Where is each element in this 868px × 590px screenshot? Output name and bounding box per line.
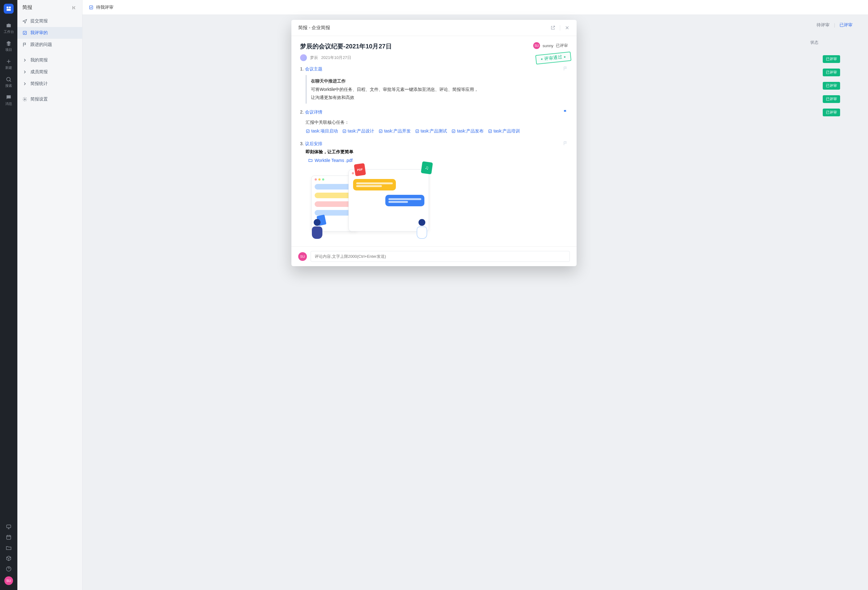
- task-link[interactable]: task:项目启动: [306, 127, 338, 135]
- task-icon: [415, 129, 419, 133]
- task-link[interactable]: task:产品测试: [415, 127, 447, 135]
- quote-bold: 在聊天中推进工作: [311, 78, 345, 83]
- reviewer-row: SU sunny 已评审: [533, 42, 568, 49]
- pdf-badge-icon: PDF: [354, 163, 366, 176]
- reviewer-avatar: SU: [533, 42, 540, 49]
- report-modal: 简报 - 企业简报 SU sunny 已评审 评审通过 梦辰的会议纪要-2021…: [291, 20, 577, 266]
- task-link[interactable]: task:产品设计: [342, 127, 375, 135]
- task-link-group: task:项目启动 task:产品设计 task:产品开发 task:产品测试 …: [306, 127, 568, 135]
- svg-rect-12: [379, 130, 382, 132]
- reviewer-status: 已评审: [556, 43, 568, 49]
- external-link-icon[interactable]: [550, 25, 555, 30]
- illustration: PDF ♫: [311, 169, 435, 238]
- task-icon: [451, 129, 456, 133]
- comment-input[interactable]: [311, 251, 570, 262]
- modal-overlay: 简报 - 企业简报 SU sunny 已评审 评审通过 梦辰的会议纪要-2021…: [0, 0, 868, 590]
- flag-icon[interactable]: [563, 109, 568, 114]
- document-meta: 梦辰 2021年10月27日: [300, 54, 568, 61]
- task-icon: [306, 129, 310, 133]
- svg-rect-13: [416, 130, 418, 132]
- quote-line: 让沟通更加有效和高效: [311, 95, 354, 100]
- folder-icon: [308, 158, 313, 163]
- section-3-bold: 即刻体验，让工作更简单: [306, 149, 568, 155]
- flag-icon[interactable]: [563, 141, 568, 146]
- task-icon: [378, 129, 383, 133]
- modal-footer: SU: [291, 246, 577, 266]
- section-heading: 1. 会议主题: [300, 67, 322, 71]
- section-2: 2. 会议详情 汇报中关联核心任务： task:项目启动 task:产品设计 t…: [300, 109, 568, 135]
- svg-rect-11: [343, 130, 345, 132]
- author-name: 梦辰: [310, 55, 318, 61]
- modal-breadcrumb: 简报 - 企业简报: [298, 25, 330, 31]
- detail-intro: 汇报中关联核心任务：: [306, 120, 349, 125]
- close-icon[interactable]: [564, 25, 570, 30]
- task-link[interactable]: task:产品发布: [451, 127, 484, 135]
- section-heading: 3. 议后安排: [300, 141, 322, 146]
- task-link[interactable]: task:产品培训: [488, 127, 520, 135]
- approval-stamp: 评审通过: [535, 52, 572, 65]
- svg-rect-15: [489, 130, 492, 132]
- document-title: 梦辰的会议纪要-2021年10月27日: [300, 42, 568, 50]
- flag-icon[interactable]: [563, 66, 568, 71]
- task-icon: [342, 129, 347, 133]
- file-attachment[interactable]: Worktile Teams .pdf: [308, 158, 353, 163]
- reviewer-name: sunny: [542, 43, 554, 48]
- quote-block: 在聊天中推进工作 可将Worktile中的任务、日程、文件、审批等元素一键添加至…: [306, 75, 568, 104]
- document-date: 2021年10月27日: [321, 55, 351, 61]
- task-link[interactable]: task:产品开发: [378, 127, 411, 135]
- music-badge-icon: ♫: [421, 161, 433, 174]
- quote-line: 可将Worktile中的任务、日程、文件、审批等元素一键添加至消息、评论、简报等…: [311, 87, 478, 92]
- comment-avatar: SU: [298, 252, 307, 261]
- author-avatar: [300, 54, 307, 61]
- section-heading: 2. 会议详情: [300, 109, 322, 114]
- section-1: 1. 会议主题 在聊天中推进工作 可将Worktile中的任务、日程、文件、审批…: [300, 66, 568, 104]
- svg-rect-14: [452, 130, 455, 132]
- svg-rect-10: [306, 130, 309, 132]
- section-3: 3. 议后安排 即刻体验，让工作更简单 Worktile Teams .pdf: [300, 141, 568, 238]
- task-icon: [488, 129, 492, 133]
